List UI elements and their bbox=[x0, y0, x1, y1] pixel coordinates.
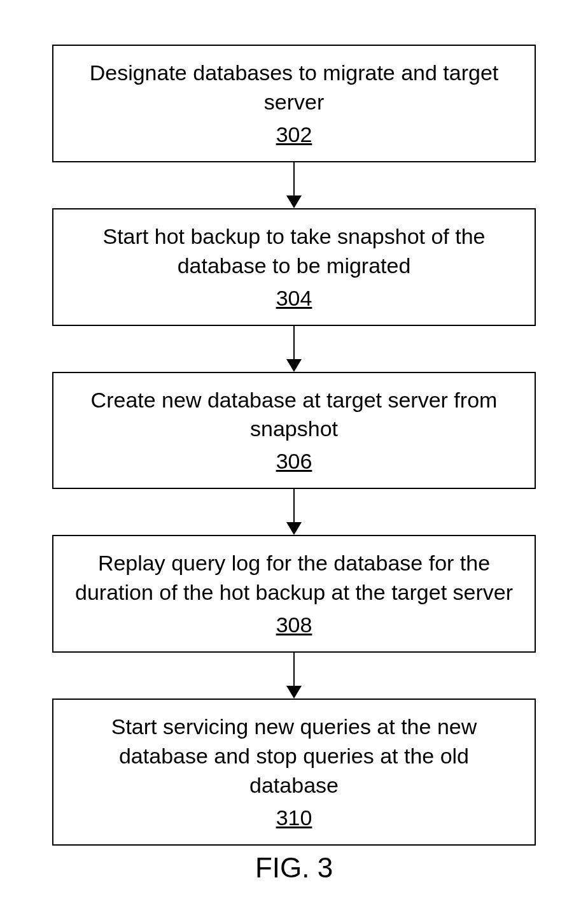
step-number: 310 bbox=[73, 805, 515, 830]
flowchart-step: Replay query log for the database for th… bbox=[52, 535, 536, 653]
flowchart-step: Start servicing new queries at the new d… bbox=[52, 699, 536, 846]
flowchart-step: Create new database at target server fro… bbox=[52, 372, 536, 490]
arrow-down-icon bbox=[281, 326, 307, 372]
arrow-down-icon bbox=[281, 489, 307, 535]
step-text: Start hot backup to take snapshot of the… bbox=[73, 222, 515, 281]
step-number: 306 bbox=[73, 449, 515, 474]
arrow-down-icon bbox=[281, 653, 307, 699]
flowchart-step: Start hot backup to take snapshot of the… bbox=[52, 208, 536, 326]
step-number: 302 bbox=[73, 122, 515, 147]
figure-label: FIG. 3 bbox=[255, 852, 333, 884]
step-text: Designate databases to migrate and targe… bbox=[73, 59, 515, 117]
step-text: Start servicing new queries at the new d… bbox=[73, 713, 515, 800]
arrow-down-icon bbox=[281, 162, 307, 208]
flowchart: Designate databases to migrate and targe… bbox=[52, 45, 536, 846]
step-number: 304 bbox=[73, 286, 515, 311]
step-text: Create new database at target server fro… bbox=[73, 386, 515, 444]
step-text: Replay query log for the database for th… bbox=[73, 549, 515, 607]
step-number: 308 bbox=[73, 613, 515, 637]
flowchart-step: Designate databases to migrate and targe… bbox=[52, 45, 536, 162]
